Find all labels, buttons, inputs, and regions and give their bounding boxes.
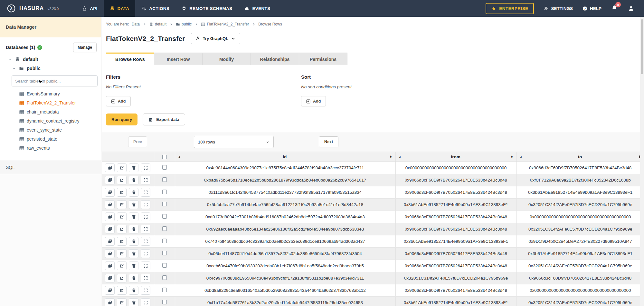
breadcrumb-item-public[interactable]: public — [176, 22, 192, 26]
try-graphql-button[interactable]: Try GraphQL — [191, 33, 240, 44]
row-checkbox[interactable] — [162, 275, 167, 280]
breadcrumb-item-default[interactable]: default — [149, 22, 166, 26]
sidebar-item-sql[interactable]: SQL — [0, 161, 101, 174]
sidebar-item-table-raw-events[interactable]: raw_events — [0, 144, 101, 152]
tab-modify[interactable]: Modify — [203, 53, 251, 65]
row-delete-button[interactable] — [129, 163, 138, 172]
row-edit-button[interactable] — [117, 298, 127, 306]
row-clone-button[interactable] — [105, 237, 115, 246]
row-clone-button[interactable] — [105, 249, 115, 258]
export-data-button[interactable]: Export data — [143, 114, 185, 125]
row-checkbox[interactable] — [162, 177, 167, 182]
sidebar-item-database-default[interactable]: default — [0, 55, 101, 64]
row-expand-button[interactable] — [141, 298, 150, 306]
row-edit-button[interactable] — [117, 188, 127, 197]
row-expand-button[interactable] — [141, 225, 150, 233]
row-clone-button[interactable] — [105, 286, 115, 295]
nav-item-data[interactable]: DATA — [104, 0, 136, 17]
row-edit-button[interactable] — [117, 176, 127, 184]
tab-insert-row[interactable]: Insert Row — [154, 53, 203, 65]
row-edit-button[interactable] — [117, 249, 127, 258]
sidebar-item-table-persisted-state[interactable]: persisted_state — [0, 135, 101, 143]
next-page-button[interactable]: Next — [319, 136, 338, 147]
row-expand-button[interactable] — [141, 188, 150, 197]
nav-item-events[interactable]: EVENTS — [238, 0, 276, 17]
add-filter-button[interactable]: Add — [106, 96, 131, 106]
vertical-scrollbar[interactable] — [640, 17, 644, 306]
row-expand-button[interactable] — [141, 237, 150, 246]
row-clone-button[interactable] — [105, 188, 115, 197]
breadcrumb-item-fiattokenv2-2-transfer[interactable]: FiatTokenV2_2_Transfer — [201, 22, 249, 26]
user-icon[interactable] — [628, 5, 634, 12]
chevron-down-icon[interactable] — [12, 66, 16, 70]
row-delete-button[interactable] — [129, 188, 138, 197]
row-edit-button[interactable] — [117, 286, 127, 295]
sidebar-item-table-eventssummary[interactable]: EventsSummary — [0, 90, 101, 98]
row-clone-button[interactable] — [105, 212, 115, 221]
breadcrumb-item-browse-rows[interactable]: Browse Rows — [258, 22, 282, 26]
row-checkbox[interactable] — [162, 251, 167, 255]
sort-icon[interactable]: ▲▼ — [390, 155, 392, 158]
row-expand-button[interactable] — [141, 200, 150, 209]
row-checkbox[interactable] — [162, 214, 167, 219]
sidebar-item-table-dynamic-contract-registry[interactable]: dynamic_contract_registry — [0, 117, 101, 125]
page-size-select[interactable]: 100 rows — [194, 136, 274, 148]
tab-permissions[interactable]: Permissions — [299, 53, 347, 65]
enterprise-button[interactable]: ENTERPRISE — [486, 3, 534, 14]
row-checkbox[interactable] — [162, 239, 167, 243]
sidebar-item-schema-public[interactable]: public — [0, 64, 101, 73]
row-checkbox[interactable] — [162, 263, 167, 268]
chevron-down-icon[interactable] — [8, 57, 12, 61]
row-edit-button[interactable] — [117, 262, 127, 270]
manage-button[interactable]: Manage — [73, 43, 97, 52]
scrollbar-thumb[interactable] — [641, 19, 643, 74]
row-delete-button[interactable] — [129, 225, 138, 233]
row-checkbox[interactable] — [162, 202, 167, 206]
row-clone-button[interactable] — [105, 225, 115, 233]
row-expand-button[interactable] — [141, 286, 150, 295]
breadcrumb-item-data[interactable]: Data — [132, 22, 140, 26]
row-delete-button[interactable] — [129, 298, 138, 306]
row-expand-button[interactable] — [141, 176, 150, 184]
row-expand-button[interactable] — [141, 212, 150, 221]
row-delete-button[interactable] — [129, 200, 138, 209]
row-clone-button[interactable] — [105, 298, 115, 306]
add-sort-button[interactable]: Add — [301, 96, 326, 106]
row-edit-button[interactable] — [117, 163, 127, 172]
settings-link[interactable]: SETTINGS — [544, 6, 573, 11]
row-edit-button[interactable] — [117, 212, 127, 221]
collapse-column-icon[interactable]: ◂ — [520, 155, 522, 159]
row-delete-button[interactable] — [129, 249, 138, 258]
row-delete-button[interactable] — [129, 212, 138, 221]
notifications-button[interactable]: 8 — [611, 5, 618, 12]
nav-item-actions[interactable]: ACTIONS — [135, 0, 175, 17]
row-checkbox[interactable] — [162, 300, 167, 304]
row-clone-button[interactable] — [105, 262, 115, 270]
hasura-brand[interactable]: λ HASURA v2.23.0 — [0, 4, 63, 13]
column-header-id[interactable]: ◂id▲▼ — [175, 152, 395, 162]
row-edit-button[interactable] — [117, 225, 127, 233]
collapse-column-icon[interactable]: ◂ — [178, 155, 180, 159]
tab-browse-rows[interactable]: Browse Rows — [106, 53, 154, 65]
search-tables-input[interactable] — [12, 75, 98, 86]
help-link[interactable]: ? HELP — [582, 6, 601, 11]
column-header-to[interactable]: ◂to▲▼ — [516, 152, 644, 162]
row-delete-button[interactable] — [129, 176, 138, 184]
row-delete-button[interactable] — [129, 262, 138, 270]
row-expand-button[interactable] — [141, 262, 150, 270]
tab-relationships[interactable]: Relationships — [251, 53, 299, 65]
prev-page-button[interactable]: Prev — [128, 136, 147, 147]
row-expand-button[interactable] — [141, 249, 150, 258]
row-delete-button[interactable] — [129, 237, 138, 246]
nav-item-remote-schemas[interactable]: REMOTE SCHEMAS — [175, 0, 238, 17]
collapse-column-icon[interactable]: ◂ — [399, 155, 401, 159]
row-clone-button[interactable] — [105, 163, 115, 172]
row-checkbox[interactable] — [162, 190, 167, 194]
row-edit-button[interactable] — [117, 274, 127, 282]
row-delete-button[interactable] — [129, 274, 138, 282]
sort-icon[interactable]: ▲▼ — [511, 155, 513, 158]
row-clone-button[interactable] — [105, 274, 115, 282]
nav-item-api[interactable]: API — [76, 0, 103, 17]
row-checkbox[interactable] — [162, 165, 167, 170]
row-checkbox[interactable] — [162, 288, 167, 292]
